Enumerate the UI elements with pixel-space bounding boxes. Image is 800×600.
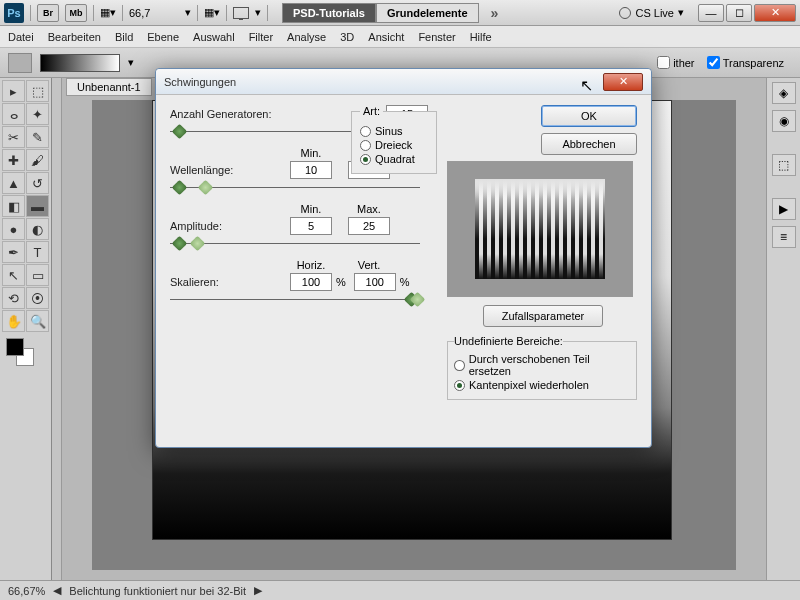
menu-3d[interactable]: 3D: [340, 31, 354, 43]
wave-dialog: Schwingungen ✕ Anzahl Generatoren: Min.M…: [155, 68, 652, 448]
dialog-close-button[interactable]: ✕: [603, 73, 643, 91]
workspace-expand-icon[interactable]: »: [491, 5, 499, 21]
view-grid-icon[interactable]: ▦▾: [204, 6, 220, 19]
transparency-label: Transparenz: [723, 57, 784, 69]
amplitude-min-input[interactable]: [290, 217, 332, 235]
type-tool[interactable]: T: [26, 241, 49, 263]
menu-hilfe[interactable]: Hilfe: [470, 31, 492, 43]
panel-icon-4[interactable]: ▶: [772, 198, 796, 220]
path-tool[interactable]: ↖: [2, 264, 25, 286]
randomize-button[interactable]: Zufallsparameter: [483, 305, 603, 327]
menu-auswahl[interactable]: Auswahl: [193, 31, 235, 43]
radio-quadrat[interactable]: [360, 154, 371, 165]
ok-button[interactable]: OK: [541, 105, 637, 127]
lasso-tool[interactable]: ⴰ: [2, 103, 25, 125]
tool-preset-icon[interactable]: [8, 53, 32, 73]
radio-repeat[interactable]: [454, 380, 465, 391]
wand-tool[interactable]: ✦: [26, 103, 49, 125]
bridge-button[interactable]: Br: [37, 4, 59, 22]
cslive-icon: [619, 7, 631, 19]
close-button[interactable]: ✕: [754, 4, 796, 22]
transparency-checkbox[interactable]: [707, 56, 720, 69]
shape-tool[interactable]: ▭: [26, 264, 49, 286]
hand-tool[interactable]: ✋: [2, 310, 25, 332]
menu-bild[interactable]: Bild: [115, 31, 133, 43]
generators-label: Anzahl Generatoren:: [170, 108, 290, 120]
3d-camera-tool[interactable]: ⦿: [26, 287, 49, 309]
dialog-titlebar[interactable]: Schwingungen ✕: [156, 69, 651, 95]
status-message: Belichtung funktioniert nur bei 32-Bit: [69, 585, 246, 597]
statusbar: 66,67% ◀ Belichtung funktioniert nur bei…: [0, 580, 800, 600]
gradient-preview[interactable]: [40, 54, 120, 72]
zoom-tool[interactable]: 🔍: [26, 310, 49, 332]
minibridge-button[interactable]: Mb: [65, 4, 87, 22]
history-brush-tool[interactable]: ↺: [26, 172, 49, 194]
scale-h-input[interactable]: [290, 273, 332, 291]
horiz-header: Horiz.: [290, 259, 332, 271]
gradient-tool[interactable]: ▬: [26, 195, 49, 217]
zoom-level[interactable]: 66,7: [129, 7, 179, 19]
vert-header: Vert.: [348, 259, 390, 271]
foreground-color[interactable]: [6, 338, 24, 356]
workspace-tab-grundelemente[interactable]: Grundelemente: [376, 3, 479, 23]
menu-ansicht[interactable]: Ansicht: [368, 31, 404, 43]
healing-tool[interactable]: ✚: [2, 149, 25, 171]
preview-area: [447, 161, 633, 297]
radio-sinus[interactable]: [360, 126, 371, 137]
toolbox: ▸ ⬚ ⴰ ✦ ✂ ✎ ✚ 🖌 ▲ ↺ ◧ ▬ ● ◐ ✒ T ↖ ▭ ⟲ ⦿ …: [0, 78, 52, 580]
dither-checkbox[interactable]: [657, 56, 670, 69]
screen-mode-icon[interactable]: [233, 7, 249, 19]
document-tab[interactable]: Unbenannt-1: [66, 78, 152, 96]
radio-wrap[interactable]: [454, 360, 465, 371]
dialog-title: Schwingungen: [164, 76, 603, 88]
panel-icon-1[interactable]: ◈: [772, 82, 796, 104]
dodge-tool[interactable]: ◐: [26, 218, 49, 240]
cslive-label[interactable]: CS Live: [635, 7, 674, 19]
wavelength-label: Wellenlänge:: [170, 164, 290, 176]
radio-dreieck[interactable]: [360, 140, 371, 151]
amplitude-max-input[interactable]: [348, 217, 390, 235]
cancel-button[interactable]: Abbrechen: [541, 133, 637, 155]
dock-left[interactable]: [52, 78, 62, 580]
scale-slider[interactable]: [170, 295, 420, 305]
undefined-areas-group: Undefinierte Bereiche: Durch verschobene…: [447, 335, 637, 400]
brush-tool[interactable]: 🖌: [26, 149, 49, 171]
eyedropper-tool[interactable]: ✎: [26, 126, 49, 148]
menu-analyse[interactable]: Analyse: [287, 31, 326, 43]
eraser-tool[interactable]: ◧: [2, 195, 25, 217]
dock-right: ◈ ◉ ⬚ ▶ ≡: [766, 78, 800, 580]
scale-label: Skalieren:: [170, 276, 290, 288]
wavelength-slider[interactable]: [170, 183, 420, 193]
3d-tool[interactable]: ⟲: [2, 287, 25, 309]
maximize-button[interactable]: ◻: [726, 4, 752, 22]
view-extras-icon[interactable]: ▦▾: [100, 6, 116, 19]
color-swatches[interactable]: [2, 336, 49, 372]
stamp-tool[interactable]: ▲: [2, 172, 25, 194]
menubar: Datei Bearbeiten Bild Ebene Auswahl Filt…: [0, 26, 800, 48]
pen-tool[interactable]: ✒: [2, 241, 25, 263]
marquee-tool[interactable]: ⬚: [26, 80, 49, 102]
workspace-tab-psdtutorials[interactable]: PSD-Tutorials: [282, 3, 376, 23]
panel-icon-5[interactable]: ≡: [772, 226, 796, 248]
max-header-2: Max.: [348, 203, 390, 215]
menu-bearbeiten[interactable]: Bearbeiten: [48, 31, 101, 43]
menu-datei[interactable]: Datei: [8, 31, 34, 43]
photoshop-icon: Ps: [4, 3, 24, 23]
menu-fenster[interactable]: Fenster: [418, 31, 455, 43]
scale-v-input[interactable]: [354, 273, 396, 291]
crop-tool[interactable]: ✂: [2, 126, 25, 148]
move-tool[interactable]: ▸: [2, 80, 25, 102]
min-header: Min.: [290, 147, 332, 159]
dither-label: ither: [673, 57, 694, 69]
amplitude-slider[interactable]: [170, 239, 420, 249]
type-legend: Art:: [360, 105, 383, 117]
wavelength-min-input[interactable]: [290, 161, 332, 179]
minimize-button[interactable]: —: [698, 4, 724, 22]
blur-tool[interactable]: ●: [2, 218, 25, 240]
status-zoom[interactable]: 66,67%: [8, 585, 45, 597]
menu-filter[interactable]: Filter: [249, 31, 273, 43]
panel-icon-2[interactable]: ◉: [772, 110, 796, 132]
panel-icon-3[interactable]: ⬚: [772, 154, 796, 176]
min-header-2: Min.: [290, 203, 332, 215]
menu-ebene[interactable]: Ebene: [147, 31, 179, 43]
